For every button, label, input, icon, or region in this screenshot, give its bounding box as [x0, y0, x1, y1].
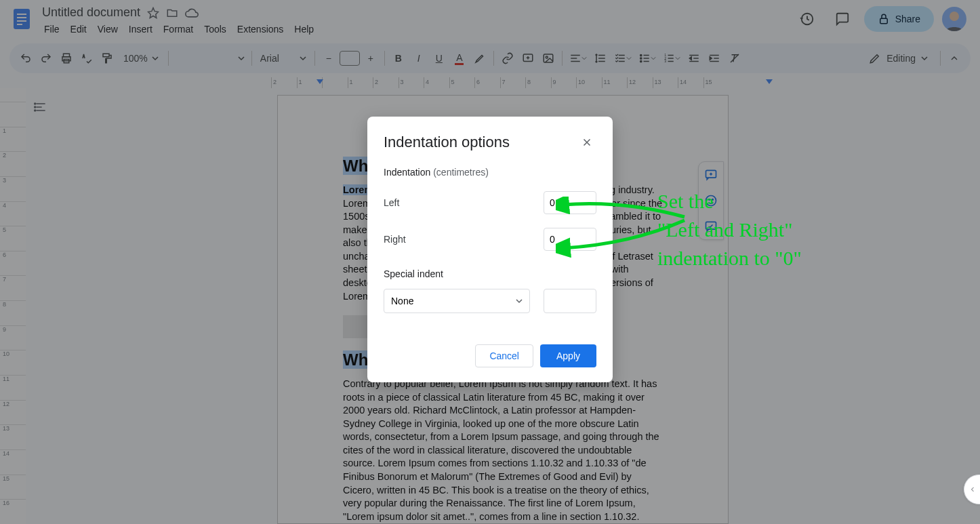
dialog-close-button[interactable]: [577, 133, 596, 152]
chevron-down-icon: [516, 298, 523, 304]
left-indent-label: Left: [384, 197, 399, 208]
indentation-options-dialog: Indentation options Indentation (centime…: [367, 117, 613, 382]
special-indent-value-input[interactable]: [544, 289, 596, 313]
special-indent-dropdown[interactable]: None: [384, 289, 530, 313]
special-indent-label: Special indent: [384, 268, 596, 279]
cancel-button[interactable]: Cancel: [475, 344, 533, 367]
indentation-section-label: Indentation (centimetres): [384, 167, 596, 178]
right-indent-input[interactable]: [544, 228, 596, 251]
apply-button[interactable]: Apply: [540, 344, 596, 367]
dialog-title: Indentation options: [384, 134, 510, 151]
close-icon: [581, 136, 593, 148]
right-indent-label: Right: [384, 234, 406, 245]
left-indent-input[interactable]: [544, 191, 596, 214]
